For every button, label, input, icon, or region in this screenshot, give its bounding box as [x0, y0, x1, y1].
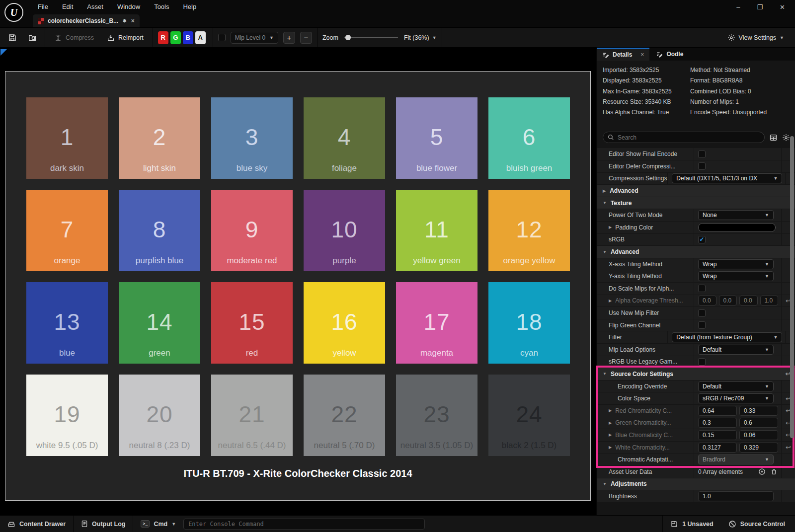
- mip-plus-button[interactable]: +: [283, 32, 295, 44]
- channel-b-button[interactable]: B: [183, 31, 193, 44]
- add-element-icon[interactable]: [758, 468, 766, 475]
- search-input[interactable]: [618, 134, 760, 141]
- color-patch-20: 20neutral 8 (.23 D): [119, 375, 200, 456]
- output-log-icon: [81, 520, 88, 528]
- reimport-button[interactable]: Reimport: [103, 34, 148, 42]
- dropdown-compression-settings[interactable]: Default (DXT1/5, BC1/3 on DX▼: [672, 173, 782, 183]
- unsaved-button[interactable]: 1 Unsaved: [663, 516, 721, 532]
- tab-details[interactable]: Details ×: [597, 48, 649, 61]
- dropdown-chromatic-adaptati[interactable]: Bradford▼: [698, 455, 774, 464]
- number-input[interactable]: 1.0: [698, 491, 774, 501]
- category-advanced[interactable]: ▼Advanced: [597, 246, 795, 258]
- number-input[interactable]: 0.64: [698, 406, 737, 416]
- number-input[interactable]: 0.6: [739, 418, 778, 428]
- texture-viewport[interactable]: 1dark skin2light skin3blue sky4foliage5b…: [0, 48, 596, 515]
- source-control-button[interactable]: Source Control: [721, 516, 795, 532]
- menu-edit[interactable]: Edit: [55, 0, 80, 14]
- mip-level-dropdown[interactable]: Mip Level 0▼: [231, 32, 278, 44]
- menu-asset[interactable]: Asset: [80, 0, 110, 14]
- category-adjustments[interactable]: ▼Adjustments: [597, 478, 795, 491]
- number-input[interactable]: 0.15: [698, 430, 737, 440]
- chart-caption: ITU-R BT.709 - X-Rite ColorChecker Class…: [5, 468, 590, 479]
- compress-button[interactable]: Compress: [50, 34, 98, 42]
- channel-a-button[interactable]: A: [195, 31, 206, 44]
- property-name: Chromatic Adaptati...: [597, 454, 694, 465]
- content-drawer-button[interactable]: Content Drawer: [0, 516, 73, 532]
- menu-window[interactable]: Window: [110, 0, 147, 14]
- dropdown-x-axis-tiling-method[interactable]: Wrap▼: [698, 259, 774, 269]
- cmd-selector[interactable]: >_ Cmd▼: [133, 516, 183, 532]
- close-button[interactable]: ✕: [780, 3, 785, 11]
- settings-gear-icon[interactable]: [782, 134, 790, 142]
- chevron-right-icon[interactable]: ▶: [609, 225, 612, 229]
- checkbox-checked[interactable]: ✓: [698, 236, 706, 243]
- number-input[interactable]: 0.329: [739, 443, 778, 453]
- mip-minus-button[interactable]: −: [300, 32, 312, 44]
- property-name: Use New Mip Filter: [597, 307, 694, 319]
- number-input[interactable]: 0.0: [698, 296, 716, 305]
- checkbox[interactable]: [698, 151, 706, 158]
- tab-oodle[interactable]: Oodle: [650, 48, 689, 61]
- output-log-button[interactable]: Output Log: [74, 516, 133, 532]
- tab-close-icon[interactable]: ×: [131, 17, 135, 24]
- maximize-button[interactable]: ❐: [757, 3, 763, 11]
- menu-file[interactable]: File: [31, 0, 55, 14]
- console-command-input[interactable]: [183, 519, 425, 530]
- checkbox[interactable]: [698, 321, 706, 329]
- color-patch-12: 12orange yellow: [488, 190, 570, 271]
- dropdown-y-axis-tiling-method[interactable]: Wrap▼: [698, 271, 774, 281]
- dropdown-color-space[interactable]: sRGB / Rec709▼: [698, 393, 774, 403]
- checkbox[interactable]: [698, 309, 706, 317]
- chevron-right-icon[interactable]: ▶: [609, 299, 612, 303]
- chevron-down-icon[interactable]: ▼: [603, 372, 607, 376]
- padding-color-swatch[interactable]: [698, 223, 776, 232]
- chevron-down-icon[interactable]: ▼: [603, 482, 607, 486]
- number-input[interactable]: 0.3: [698, 418, 737, 428]
- menu-tools[interactable]: Tools: [147, 0, 176, 14]
- number-input[interactable]: 1.0: [760, 296, 779, 305]
- mip-checkbox[interactable]: [218, 34, 226, 41]
- dropdown-filter[interactable]: Default (from Texture Group)▼: [672, 332, 782, 342]
- display-filter-icon[interactable]: [769, 134, 778, 142]
- number-input[interactable]: 0.0: [719, 296, 737, 305]
- dropdown-encoding-override[interactable]: Default▼: [698, 381, 774, 391]
- dropdown-power-of-two-mode[interactable]: None▼: [698, 210, 774, 220]
- save-button[interactable]: [5, 31, 20, 45]
- category-advanced[interactable]: ▶Advanced: [597, 185, 795, 197]
- category-source-color-settings[interactable]: ▼Source Color Settings↩: [597, 368, 795, 380]
- channel-r-button[interactable]: R: [158, 31, 168, 44]
- chevron-down-icon[interactable]: ▼: [603, 250, 607, 254]
- minimize-button[interactable]: –: [736, 3, 740, 11]
- chevron-right-icon[interactable]: ▶: [609, 445, 612, 450]
- search-box[interactable]: [603, 132, 765, 143]
- chevron-right-icon[interactable]: ▶: [609, 433, 612, 437]
- chevron-right-icon[interactable]: ▶: [609, 408, 612, 413]
- patch-number: 1: [61, 110, 74, 163]
- channel-g-button[interactable]: G: [170, 31, 181, 44]
- checkbox[interactable]: [698, 358, 706, 366]
- number-input[interactable]: 0.33: [739, 406, 778, 416]
- zoom-slider[interactable]: [344, 37, 398, 38]
- chevron-down-icon[interactable]: ▼: [603, 201, 607, 205]
- dropdown-mip-load-options[interactable]: Default▼: [698, 345, 774, 355]
- number-input[interactable]: 0.0: [739, 296, 758, 305]
- menu-help[interactable]: Help: [176, 0, 203, 14]
- details-tab-close-icon[interactable]: ×: [640, 51, 644, 58]
- chevron-right-icon[interactable]: ▶: [603, 189, 606, 193]
- checkbox[interactable]: [698, 162, 706, 170]
- asset-tab[interactable]: colorcheckerClassic_B... ✱ ×: [33, 14, 140, 27]
- chevron-right-icon[interactable]: ▶: [609, 421, 612, 425]
- zoom-slider-handle[interactable]: [345, 35, 351, 40]
- number-input[interactable]: 0.3127: [698, 443, 737, 453]
- checkbox[interactable]: [698, 285, 706, 292]
- number-input[interactable]: 0.06: [739, 430, 778, 440]
- revert-icon[interactable]: ↩: [781, 442, 795, 454]
- trash-icon[interactable]: [771, 468, 777, 475]
- details-scrollbar[interactable]: [790, 136, 794, 438]
- view-settings-button[interactable]: View Settings▼: [727, 34, 795, 42]
- property-label: Asset User Data: [609, 468, 652, 475]
- category-texture[interactable]: ▼Texture: [597, 197, 795, 210]
- property-name: Compression Settings: [597, 173, 668, 185]
- fit-dropdown[interactable]: Fit (36%)▼: [404, 34, 437, 41]
- browse-to-asset-button[interactable]: [25, 31, 40, 45]
